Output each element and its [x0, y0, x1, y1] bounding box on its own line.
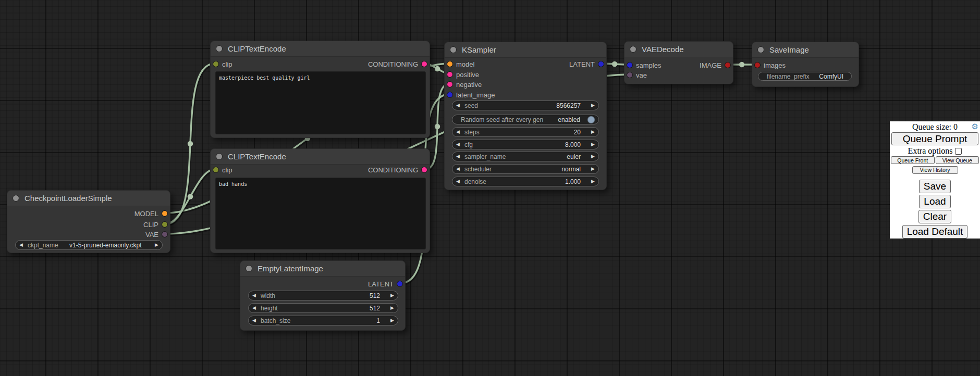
- settings-gear-icon[interactable]: ⚙: [972, 122, 978, 131]
- negative-input-port[interactable]: [447, 82, 452, 87]
- node-header[interactable]: EmptyLatentImage: [240, 261, 405, 277]
- batch-size-widget[interactable]: ◀ batch_size 1 ▶: [248, 316, 398, 325]
- collapse-dot-icon[interactable]: [246, 266, 252, 271]
- widget-label: ckpt_name: [28, 242, 58, 249]
- extra-options-checkbox[interactable]: [955, 148, 962, 155]
- conditioning-output-port[interactable]: [422, 61, 427, 67]
- input-label: samples: [636, 61, 661, 69]
- scheduler-widget[interactable]: ◀ scheduler normal ▶: [452, 164, 599, 174]
- next-arrow-icon[interactable]: ▶: [388, 293, 394, 298]
- node-ksampler: KSampler model positive negative latent_…: [444, 42, 607, 190]
- prev-arrow-icon[interactable]: ◀: [252, 306, 258, 310]
- height-widget[interactable]: ◀ height 512 ▶: [248, 303, 398, 313]
- collapse-dot-icon[interactable]: [450, 47, 456, 53]
- model-output-port[interactable]: [162, 211, 167, 216]
- prev-arrow-icon[interactable]: ◀: [456, 154, 462, 159]
- clip-output-port[interactable]: [162, 222, 167, 227]
- positive-input-port[interactable]: [447, 72, 452, 77]
- latent-output-port[interactable]: [598, 61, 604, 67]
- save-button[interactable]: Save: [919, 180, 951, 193]
- collapse-dot-icon[interactable]: [216, 154, 222, 159]
- load-button[interactable]: Load: [919, 195, 950, 208]
- next-arrow-icon[interactable]: ▶: [589, 103, 595, 108]
- clip-input-port[interactable]: [213, 61, 218, 67]
- clear-button[interactable]: Clear: [918, 210, 951, 223]
- collapse-dot-icon[interactable]: [630, 46, 636, 52]
- widget-label: sampler_name: [464, 153, 506, 160]
- widget-value: 20: [480, 129, 581, 136]
- load-default-button[interactable]: Load Default: [902, 225, 968, 239]
- output-label: VAE: [145, 231, 158, 239]
- widget-label: steps: [464, 129, 480, 136]
- toggle-state: enabled: [543, 116, 580, 123]
- next-arrow-icon[interactable]: ▶: [589, 142, 595, 147]
- images-input-port[interactable]: [755, 62, 760, 68]
- node-title: CLIPTextEncode: [228, 44, 286, 53]
- model-input-port[interactable]: [447, 61, 452, 67]
- widget-label: height: [261, 305, 278, 312]
- prev-arrow-icon[interactable]: ◀: [252, 293, 258, 298]
- clip-input-port[interactable]: [213, 167, 218, 172]
- node-header[interactable]: VAEDecode: [624, 42, 733, 57]
- widget-label: batch_size: [261, 317, 290, 324]
- samples-input-port[interactable]: [627, 62, 632, 68]
- next-arrow-icon[interactable]: ▶: [589, 167, 595, 171]
- queue-prompt-button[interactable]: Queue Prompt: [891, 132, 978, 145]
- prev-arrow-icon[interactable]: ◀: [456, 167, 462, 171]
- prev-arrow-icon[interactable]: ◀: [456, 103, 462, 108]
- widget-value: 512: [275, 292, 380, 299]
- steps-widget[interactable]: ◀ steps 20 ▶: [452, 127, 599, 137]
- view-history-button[interactable]: View History: [912, 166, 958, 173]
- node-clip-text-encode-positive: CLIPTextEncode clip CONDITIONING masterp…: [210, 41, 430, 138]
- node-header[interactable]: CLIPTextEncode: [211, 41, 430, 57]
- node-header[interactable]: CheckpointLoaderSimple: [7, 191, 170, 206]
- prev-arrow-icon[interactable]: ◀: [252, 318, 258, 323]
- output-label: LATENT: [368, 280, 394, 288]
- view-queue-button[interactable]: View Queue: [936, 156, 979, 164]
- input-label: latent_image: [456, 91, 495, 99]
- width-widget[interactable]: ◀ width 512 ▶: [248, 291, 398, 300]
- node-header[interactable]: SaveImage: [752, 42, 859, 58]
- node-header[interactable]: KSampler: [445, 42, 606, 58]
- prev-arrow-icon[interactable]: ◀: [19, 243, 25, 247]
- next-arrow-icon[interactable]: ▶: [153, 243, 158, 247]
- collapse-dot-icon[interactable]: [216, 46, 222, 52]
- collapse-dot-icon[interactable]: [13, 195, 19, 201]
- seed-widget[interactable]: ◀ seed 8566257 ▶: [452, 101, 599, 110]
- random-seed-toggle-widget[interactable]: Random seed after every gen enabled: [452, 115, 599, 124]
- widget-label: Random seed after every gen: [461, 116, 543, 123]
- next-arrow-icon[interactable]: ▶: [388, 318, 394, 323]
- widget-label: seed: [464, 102, 478, 109]
- next-arrow-icon[interactable]: ▶: [589, 179, 595, 184]
- node-header[interactable]: CLIPTextEncode: [211, 149, 430, 165]
- node-title: SaveImage: [769, 45, 809, 54]
- prev-arrow-icon[interactable]: ◀: [456, 179, 462, 184]
- image-output-port[interactable]: [725, 62, 730, 68]
- prev-arrow-icon[interactable]: ◀: [456, 130, 462, 134]
- output-label: CONDITIONING: [368, 166, 418, 174]
- next-arrow-icon[interactable]: ▶: [388, 306, 394, 310]
- next-arrow-icon[interactable]: ▶: [589, 154, 595, 159]
- prev-arrow-icon[interactable]: ◀: [456, 142, 462, 147]
- prompt-textarea[interactable]: bad hands: [215, 178, 426, 249]
- prompt-textarea[interactable]: masterpiece best quality girl: [215, 71, 426, 134]
- filename-prefix-widget[interactable]: filename_prefix ComfyUI: [758, 72, 852, 81]
- input-label: clip: [222, 166, 232, 174]
- conditioning-output-port[interactable]: [422, 167, 427, 172]
- vae-input-port[interactable]: [627, 72, 632, 78]
- queue-front-button[interactable]: Queue Front: [891, 156, 935, 164]
- extra-options-label: Extra options: [908, 146, 953, 156]
- widget-value: 1: [290, 317, 380, 324]
- ckpt-name-widget[interactable]: ◀ ckpt_name v1-5-pruned-emaonly.ckpt ▶: [15, 240, 163, 250]
- vae-output-port[interactable]: [162, 232, 167, 237]
- next-arrow-icon[interactable]: ▶: [589, 130, 595, 134]
- latent-image-input-port[interactable]: [447, 92, 452, 97]
- latent-output-port[interactable]: [397, 281, 402, 286]
- cfg-widget[interactable]: ◀ cfg 8.000 ▶: [452, 140, 599, 149]
- widget-label: denoise: [464, 178, 486, 185]
- collapse-dot-icon[interactable]: [758, 47, 764, 53]
- output-label: CONDITIONING: [368, 60, 418, 68]
- toggle-circle-icon[interactable]: [587, 116, 595, 123]
- sampler-name-widget[interactable]: ◀ sampler_name euler ▶: [452, 152, 599, 161]
- denoise-widget[interactable]: ◀ denoise 1.000 ▶: [452, 177, 599, 186]
